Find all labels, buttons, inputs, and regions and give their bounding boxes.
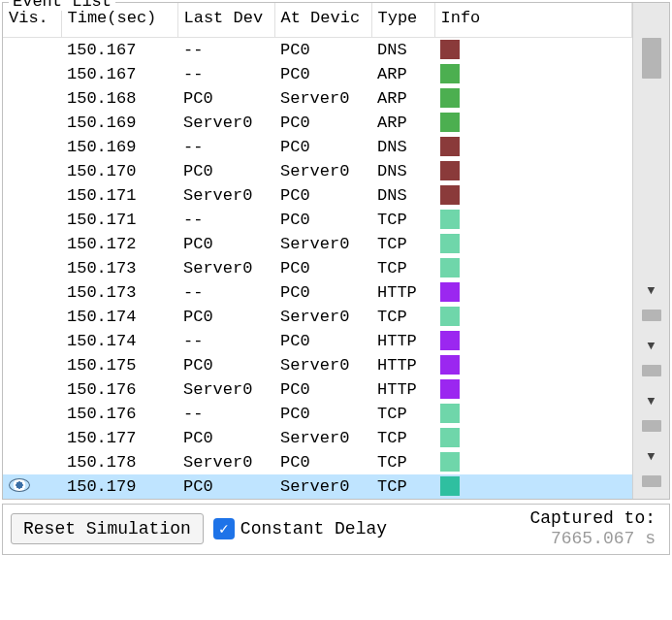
cell-at-device: Server0	[274, 353, 371, 377]
table-row[interactable]: 150.177PC0Server0TCP	[3, 426, 632, 450]
cell-at-device: PC0	[274, 135, 371, 159]
eye-icon	[9, 478, 30, 492]
cell-type: HTTP	[371, 377, 434, 402]
captured-readout: Captured to: 7665.067 s	[529, 508, 661, 550]
cell-last-device: PC0	[177, 353, 274, 377]
cell-vis	[3, 329, 61, 353]
cell-type: ARP	[371, 86, 434, 111]
cell-last-device: --	[177, 329, 274, 353]
color-swatch-icon	[440, 234, 460, 253]
cell-last-device: Server0	[177, 111, 274, 135]
table-row[interactable]: 150.173--PC0HTTP	[3, 280, 632, 305]
table-row[interactable]: 150.173Server0PC0TCP	[3, 256, 632, 280]
cell-last-device: --	[177, 208, 274, 232]
table-row[interactable]: 150.172PC0Server0TCP	[3, 232, 632, 256]
table-row[interactable]: 150.175PC0Server0HTTP	[3, 353, 632, 377]
cell-vis	[3, 208, 61, 232]
check-icon: ✓	[213, 518, 235, 539]
cell-at-device: PC0	[274, 62, 371, 86]
col-header-type[interactable]: Type	[371, 3, 434, 38]
cell-last-device: PC0	[177, 305, 274, 329]
table-row[interactable]: 150.170PC0Server0DNS	[3, 159, 632, 183]
simulation-toolbar: Reset Simulation ✓ Constant Delay Captur…	[2, 504, 670, 555]
cell-last-device: --	[177, 402, 274, 426]
scroll-handle[interactable]	[642, 365, 661, 376]
color-swatch-icon	[440, 307, 460, 326]
cell-info	[434, 159, 632, 183]
cell-info	[434, 353, 632, 377]
cell-vis	[3, 232, 61, 256]
table-row[interactable]: 150.179PC0Server0TCP	[3, 474, 632, 499]
scroll-handle[interactable]	[642, 475, 661, 487]
cell-time: 150.178	[61, 450, 177, 474]
side-scrollbar[interactable]: ▼ ▼ ▼ ▼	[632, 3, 669, 499]
color-swatch-icon	[440, 40, 460, 59]
scroll-handle[interactable]	[642, 310, 661, 321]
cell-last-device: PC0	[177, 232, 274, 256]
cell-info	[434, 329, 632, 353]
table-row[interactable]: 150.171--PC0TCP	[3, 208, 632, 232]
col-header-at[interactable]: At Devic	[274, 3, 371, 38]
col-header-info[interactable]: Info	[434, 3, 632, 38]
color-swatch-icon	[440, 161, 460, 180]
color-swatch-icon	[440, 88, 460, 108]
cell-type: TCP	[371, 208, 434, 232]
scroll-down-icon[interactable]: ▼	[648, 394, 656, 408]
scroll-down-icon[interactable]: ▼	[648, 449, 656, 464]
reset-simulation-button[interactable]: Reset Simulation	[11, 513, 204, 544]
cell-time: 150.171	[61, 208, 177, 232]
cell-last-device: Server0	[177, 450, 274, 474]
constant-delay-checkbox[interactable]: ✓ Constant Delay	[213, 518, 387, 539]
scroll-down-icon[interactable]: ▼	[648, 339, 656, 353]
cell-at-device: PC0	[274, 329, 371, 353]
cell-time: 150.167	[61, 38, 177, 62]
cell-last-device: PC0	[177, 474, 274, 499]
table-row[interactable]: 150.169--PC0DNS	[3, 135, 632, 159]
table-row[interactable]: 150.167--PC0DNS	[3, 38, 632, 62]
cell-vis	[3, 183, 61, 208]
cell-info	[434, 305, 632, 329]
cell-time: 150.173	[61, 256, 177, 280]
cell-type: TCP	[371, 256, 434, 280]
color-swatch-icon	[440, 428, 460, 447]
table-row[interactable]: 150.174PC0Server0TCP	[3, 305, 632, 329]
table-row[interactable]: 150.171Server0PC0DNS	[3, 183, 632, 208]
cell-last-device: Server0	[177, 183, 274, 208]
scroll-handle[interactable]	[642, 420, 661, 432]
table-row[interactable]: 150.167--PC0ARP	[3, 62, 632, 86]
cell-info	[434, 183, 632, 208]
cell-vis	[3, 377, 61, 402]
cell-info	[434, 232, 632, 256]
cell-time: 150.179	[61, 474, 177, 499]
cell-at-device: PC0	[274, 111, 371, 135]
cell-time: 150.174	[61, 329, 177, 353]
color-swatch-icon	[440, 64, 460, 83]
cell-time: 150.174	[61, 305, 177, 329]
cell-at-device: Server0	[274, 159, 371, 183]
scroll-down-icon[interactable]: ▼	[648, 283, 656, 298]
cell-vis	[3, 474, 61, 499]
table-row[interactable]: 150.174--PC0HTTP	[3, 329, 632, 353]
table-row[interactable]: 150.168PC0Server0ARP	[3, 86, 632, 111]
table-row[interactable]: 150.176Server0PC0HTTP	[3, 377, 632, 402]
cell-info	[434, 256, 632, 280]
table-row[interactable]: 150.176--PC0TCP	[3, 402, 632, 426]
cell-info	[434, 135, 632, 159]
table-row[interactable]: 150.178Server0PC0TCP	[3, 450, 632, 474]
cell-time: 150.169	[61, 135, 177, 159]
col-header-last[interactable]: Last Dev	[177, 3, 274, 38]
cell-time: 150.170	[61, 159, 177, 183]
captured-label: Captured to:	[529, 508, 656, 530]
cell-last-device: PC0	[177, 86, 274, 111]
table-row[interactable]: 150.169Server0PC0ARP	[3, 111, 632, 135]
cell-at-device: Server0	[274, 474, 371, 499]
scrollbar-thumb[interactable]	[642, 38, 661, 79]
color-swatch-icon	[440, 210, 460, 229]
cell-type: ARP	[371, 62, 434, 86]
color-swatch-icon	[440, 404, 460, 423]
cell-vis	[3, 159, 61, 183]
color-swatch-icon	[440, 476, 460, 496]
cell-info	[434, 377, 632, 402]
cell-type: HTTP	[371, 280, 434, 305]
cell-type: TCP	[371, 305, 434, 329]
